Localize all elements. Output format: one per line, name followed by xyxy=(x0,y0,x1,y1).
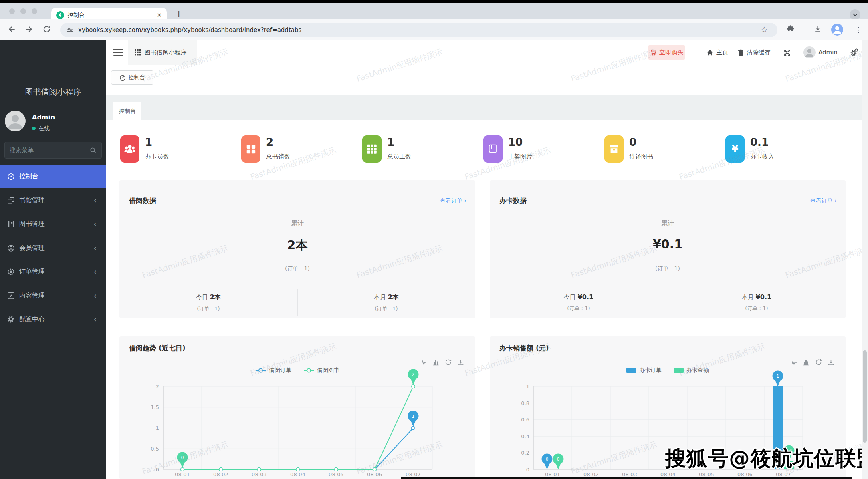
svg-text:0.8: 0.8 xyxy=(521,400,529,406)
tab-close-icon[interactable]: ✕ xyxy=(157,12,162,19)
user-name: Admin xyxy=(32,113,55,121)
svg-text:08-02: 08-02 xyxy=(213,471,228,477)
back-button[interactable] xyxy=(7,25,16,35)
stat-label: 总书馆数 xyxy=(266,153,290,161)
sidebar-item-order[interactable]: 订单管理 ‹ xyxy=(0,260,106,284)
stat-label: 总员工数 xyxy=(387,153,411,161)
window-top-edge xyxy=(0,0,868,3)
navbar-user[interactable]: Admin xyxy=(803,40,838,65)
scrollbar-thumb[interactable] xyxy=(863,350,867,443)
svg-text:1: 1 xyxy=(156,425,159,431)
downloads-icon[interactable] xyxy=(813,25,822,35)
sidebar-item-config[interactable]: 配置中心 ‹ xyxy=(0,308,106,331)
chevron-left-icon: ‹ xyxy=(93,244,97,252)
svg-text:08-03: 08-03 xyxy=(252,471,267,477)
address-bar[interactable]: xybooks.xykeep.com/xybooks.php/xybooks/d… xyxy=(60,23,777,37)
svg-text:0: 0 xyxy=(156,467,159,473)
buy-now-button[interactable]: 立即购买 xyxy=(648,45,685,60)
online-dot xyxy=(32,127,36,130)
month-stat: 本月 ¥0.1 (订单：1) xyxy=(668,293,846,312)
users-icon xyxy=(120,135,139,163)
view-orders-link[interactable]: 查看订单 › xyxy=(440,197,466,205)
extensions-icon[interactable] xyxy=(786,25,795,35)
top-navbar: 图书借阅小程序 立即购买 主页 清除缓存 Admin xyxy=(106,40,862,65)
menu-search-box xyxy=(4,142,102,159)
svg-text:1.5: 1.5 xyxy=(151,404,159,410)
config-icon xyxy=(7,316,15,323)
svg-text:0: 0 xyxy=(557,457,560,462)
svg-text:08-05: 08-05 xyxy=(329,471,344,477)
nav-tab-app[interactable]: 图书借阅小程序 xyxy=(128,40,197,65)
sidebar-item-library[interactable]: 书馆管理 ‹ xyxy=(0,189,106,212)
svg-text:08-06: 08-06 xyxy=(367,471,382,477)
sidebar-toggle-icon[interactable] xyxy=(113,49,123,58)
fullscreen-button[interactable] xyxy=(783,40,791,65)
settings-gears-icon[interactable] xyxy=(850,40,858,65)
svg-text:2: 2 xyxy=(156,384,159,390)
traffic-light-close[interactable] xyxy=(9,8,15,14)
bottom-bar xyxy=(401,477,852,479)
sidebar-item-content[interactable]: 内容管理 ‹ xyxy=(0,284,106,308)
stat-card-card-members: 1 办卡员数 xyxy=(119,135,238,171)
sidebar-item-dashboard[interactable]: 控制台 xyxy=(0,165,106,188)
dashboard-icon xyxy=(7,173,15,180)
browser-menu-icon[interactable]: ⋮ xyxy=(855,25,862,34)
svg-text:0.6: 0.6 xyxy=(521,417,529,423)
total-orders: (订单：1) xyxy=(119,265,475,272)
browser-toolbar: xybooks.xykeep.com/xybooks.php/xybooks/d… xyxy=(0,19,868,40)
today-stat: 今日 2本 (订单：1) xyxy=(119,293,297,312)
home-button[interactable]: 主页 xyxy=(707,40,728,65)
new-tab-button[interactable]: + xyxy=(175,8,183,20)
breadcrumb-dashboard-button[interactable]: 控制台 xyxy=(111,70,153,85)
stat-value: 0.1 xyxy=(750,136,769,148)
order-icon xyxy=(7,268,15,276)
menu-search-input[interactable] xyxy=(10,147,90,154)
navbar-avatar xyxy=(803,46,816,58)
tab-search-button[interactable] xyxy=(850,9,860,20)
line-chart-canvas: 00.511.5208-0108-0208-0308-0408-0508-060… xyxy=(119,336,475,479)
dashboard-icon xyxy=(119,74,126,81)
sidebar-item-member[interactable]: 会员管理 ‹ xyxy=(0,236,106,260)
view-orders-link[interactable]: 查看订单 › xyxy=(810,197,837,205)
stat-card-books-listed: 10 上架图片 xyxy=(482,135,601,171)
traffic-light-maximize[interactable] xyxy=(32,8,37,14)
svg-text:2: 2 xyxy=(412,372,415,377)
today-stat: 今日 ¥0.1 (订单：1) xyxy=(490,293,668,312)
stat-card-staff: 1 总员工数 xyxy=(361,135,480,171)
stat-value: 1 xyxy=(145,136,152,148)
sidebar: 图书借阅小程序 Admin 在线 控制台 书馆管理 ‹ 图书管理 ‹ 会员管理 … xyxy=(0,40,106,479)
nav-tab-label: 图书借阅小程序 xyxy=(145,49,187,56)
stat-card-libraries: 2 总书馆数 xyxy=(240,135,359,171)
chevron-left-icon: ‹ xyxy=(93,292,97,300)
svg-text:0: 0 xyxy=(181,455,184,460)
user-avatar[interactable] xyxy=(5,111,26,131)
content-icon xyxy=(7,292,15,300)
svg-text:0.4: 0.4 xyxy=(521,433,529,439)
profile-avatar[interactable] xyxy=(831,24,843,37)
content-tabbar: 控制台 xyxy=(106,95,862,120)
clear-cache-button[interactable]: 清除缓存 xyxy=(738,40,771,65)
svg-text:1: 1 xyxy=(412,414,415,419)
search-icon[interactable] xyxy=(90,147,97,154)
stat-value: 2 xyxy=(266,136,273,148)
grid3-icon xyxy=(362,135,382,163)
sidebar-item-books[interactable]: 图书管理 ‹ xyxy=(0,212,106,236)
tab-dashboard[interactable]: 控制台 xyxy=(113,102,141,120)
library-icon xyxy=(7,197,15,204)
app-title: 图书借阅小程序 xyxy=(0,87,106,97)
total-label: 累计 xyxy=(490,219,846,228)
forward-button[interactable] xyxy=(25,25,34,35)
stat-label: 办卡收入 xyxy=(750,153,774,161)
url-text: xybooks.xykeep.com/xybooks.php/xybooks/d… xyxy=(78,26,301,34)
archive-icon xyxy=(604,135,624,163)
reload-button[interactable] xyxy=(42,25,51,35)
stat-card-card-income: ¥ 0.1 办卡收入 xyxy=(725,135,843,171)
traffic-light-minimize[interactable] xyxy=(20,8,26,14)
overlay-watermark: 搜狐号@筱航坑位联盟 xyxy=(665,445,868,473)
svg-text:0.2: 0.2 xyxy=(521,450,529,456)
svg-text:1: 1 xyxy=(777,374,779,379)
stat-label: 办卡员数 xyxy=(145,153,169,161)
bookmark-star-icon[interactable]: ☆ xyxy=(761,26,768,34)
panel-title: 办卡数据 xyxy=(499,196,527,205)
site-settings-icon[interactable] xyxy=(67,27,73,34)
